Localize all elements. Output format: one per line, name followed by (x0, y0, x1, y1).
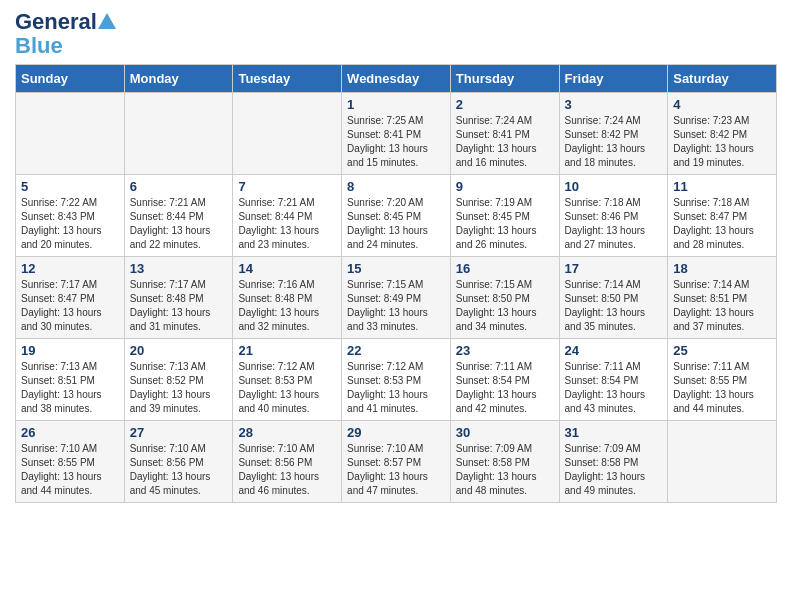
day-number: 13 (130, 261, 228, 276)
day-info: Sunrise: 7:14 AM Sunset: 8:50 PM Dayligh… (565, 278, 663, 334)
day-number: 31 (565, 425, 663, 440)
day-info: Sunrise: 7:14 AM Sunset: 8:51 PM Dayligh… (673, 278, 771, 334)
day-info: Sunrise: 7:10 AM Sunset: 8:55 PM Dayligh… (21, 442, 119, 498)
day-info: Sunrise: 7:13 AM Sunset: 8:52 PM Dayligh… (130, 360, 228, 416)
day-cell: 12Sunrise: 7:17 AM Sunset: 8:47 PM Dayli… (16, 257, 125, 339)
day-cell: 10Sunrise: 7:18 AM Sunset: 8:46 PM Dayli… (559, 175, 668, 257)
day-cell: 2Sunrise: 7:24 AM Sunset: 8:41 PM Daylig… (450, 93, 559, 175)
day-cell: 19Sunrise: 7:13 AM Sunset: 8:51 PM Dayli… (16, 339, 125, 421)
day-info: Sunrise: 7:11 AM Sunset: 8:54 PM Dayligh… (565, 360, 663, 416)
day-number: 11 (673, 179, 771, 194)
day-info: Sunrise: 7:15 AM Sunset: 8:49 PM Dayligh… (347, 278, 445, 334)
day-cell: 18Sunrise: 7:14 AM Sunset: 8:51 PM Dayli… (668, 257, 777, 339)
day-number: 29 (347, 425, 445, 440)
svg-marker-0 (98, 13, 116, 29)
day-cell: 4Sunrise: 7:23 AM Sunset: 8:42 PM Daylig… (668, 93, 777, 175)
day-info: Sunrise: 7:16 AM Sunset: 8:48 PM Dayligh… (238, 278, 336, 334)
day-number: 6 (130, 179, 228, 194)
day-number: 14 (238, 261, 336, 276)
day-number: 12 (21, 261, 119, 276)
day-info: Sunrise: 7:12 AM Sunset: 8:53 PM Dayligh… (238, 360, 336, 416)
week-row-4: 19Sunrise: 7:13 AM Sunset: 8:51 PM Dayli… (16, 339, 777, 421)
day-cell: 23Sunrise: 7:11 AM Sunset: 8:54 PM Dayli… (450, 339, 559, 421)
day-number: 21 (238, 343, 336, 358)
day-number: 17 (565, 261, 663, 276)
day-number: 9 (456, 179, 554, 194)
day-info: Sunrise: 7:19 AM Sunset: 8:45 PM Dayligh… (456, 196, 554, 252)
day-number: 8 (347, 179, 445, 194)
day-info: Sunrise: 7:15 AM Sunset: 8:50 PM Dayligh… (456, 278, 554, 334)
day-number: 16 (456, 261, 554, 276)
week-row-5: 26Sunrise: 7:10 AM Sunset: 8:55 PM Dayli… (16, 421, 777, 503)
day-cell: 29Sunrise: 7:10 AM Sunset: 8:57 PM Dayli… (342, 421, 451, 503)
day-cell: 1Sunrise: 7:25 AM Sunset: 8:41 PM Daylig… (342, 93, 451, 175)
day-cell: 16Sunrise: 7:15 AM Sunset: 8:50 PM Dayli… (450, 257, 559, 339)
day-info: Sunrise: 7:11 AM Sunset: 8:55 PM Dayligh… (673, 360, 771, 416)
day-info: Sunrise: 7:13 AM Sunset: 8:51 PM Dayligh… (21, 360, 119, 416)
col-sunday: Sunday (16, 65, 125, 93)
day-number: 5 (21, 179, 119, 194)
logo: General Blue (15, 10, 116, 58)
day-cell: 14Sunrise: 7:16 AM Sunset: 8:48 PM Dayli… (233, 257, 342, 339)
day-number: 30 (456, 425, 554, 440)
week-row-1: 1Sunrise: 7:25 AM Sunset: 8:41 PM Daylig… (16, 93, 777, 175)
day-number: 23 (456, 343, 554, 358)
day-cell (668, 421, 777, 503)
logo-general: General (15, 10, 97, 34)
logo-blue: Blue (15, 33, 63, 58)
day-number: 19 (21, 343, 119, 358)
day-number: 3 (565, 97, 663, 112)
header-row: Sunday Monday Tuesday Wednesday Thursday… (16, 65, 777, 93)
day-info: Sunrise: 7:12 AM Sunset: 8:53 PM Dayligh… (347, 360, 445, 416)
day-info: Sunrise: 7:17 AM Sunset: 8:47 PM Dayligh… (21, 278, 119, 334)
day-cell: 9Sunrise: 7:19 AM Sunset: 8:45 PM Daylig… (450, 175, 559, 257)
day-info: Sunrise: 7:09 AM Sunset: 8:58 PM Dayligh… (565, 442, 663, 498)
day-cell: 21Sunrise: 7:12 AM Sunset: 8:53 PM Dayli… (233, 339, 342, 421)
day-info: Sunrise: 7:11 AM Sunset: 8:54 PM Dayligh… (456, 360, 554, 416)
day-number: 7 (238, 179, 336, 194)
day-number: 10 (565, 179, 663, 194)
day-number: 28 (238, 425, 336, 440)
day-cell: 25Sunrise: 7:11 AM Sunset: 8:55 PM Dayli… (668, 339, 777, 421)
day-number: 27 (130, 425, 228, 440)
day-info: Sunrise: 7:25 AM Sunset: 8:41 PM Dayligh… (347, 114, 445, 170)
day-cell: 11Sunrise: 7:18 AM Sunset: 8:47 PM Dayli… (668, 175, 777, 257)
day-cell: 15Sunrise: 7:15 AM Sunset: 8:49 PM Dayli… (342, 257, 451, 339)
day-info: Sunrise: 7:18 AM Sunset: 8:47 PM Dayligh… (673, 196, 771, 252)
col-friday: Friday (559, 65, 668, 93)
day-info: Sunrise: 7:10 AM Sunset: 8:56 PM Dayligh… (130, 442, 228, 498)
day-info: Sunrise: 7:24 AM Sunset: 8:41 PM Dayligh… (456, 114, 554, 170)
day-number: 25 (673, 343, 771, 358)
day-info: Sunrise: 7:18 AM Sunset: 8:46 PM Dayligh… (565, 196, 663, 252)
col-wednesday: Wednesday (342, 65, 451, 93)
day-cell: 7Sunrise: 7:21 AM Sunset: 8:44 PM Daylig… (233, 175, 342, 257)
calendar-header: Sunday Monday Tuesday Wednesday Thursday… (16, 65, 777, 93)
day-info: Sunrise: 7:17 AM Sunset: 8:48 PM Dayligh… (130, 278, 228, 334)
col-monday: Monday (124, 65, 233, 93)
col-thursday: Thursday (450, 65, 559, 93)
day-info: Sunrise: 7:10 AM Sunset: 8:57 PM Dayligh… (347, 442, 445, 498)
day-number: 22 (347, 343, 445, 358)
day-cell: 13Sunrise: 7:17 AM Sunset: 8:48 PM Dayli… (124, 257, 233, 339)
calendar-body: 1Sunrise: 7:25 AM Sunset: 8:41 PM Daylig… (16, 93, 777, 503)
day-cell: 27Sunrise: 7:10 AM Sunset: 8:56 PM Dayli… (124, 421, 233, 503)
day-cell: 6Sunrise: 7:21 AM Sunset: 8:44 PM Daylig… (124, 175, 233, 257)
day-cell: 26Sunrise: 7:10 AM Sunset: 8:55 PM Dayli… (16, 421, 125, 503)
day-info: Sunrise: 7:22 AM Sunset: 8:43 PM Dayligh… (21, 196, 119, 252)
day-info: Sunrise: 7:10 AM Sunset: 8:56 PM Dayligh… (238, 442, 336, 498)
day-cell: 8Sunrise: 7:20 AM Sunset: 8:45 PM Daylig… (342, 175, 451, 257)
day-info: Sunrise: 7:09 AM Sunset: 8:58 PM Dayligh… (456, 442, 554, 498)
day-cell: 20Sunrise: 7:13 AM Sunset: 8:52 PM Dayli… (124, 339, 233, 421)
week-row-2: 5Sunrise: 7:22 AM Sunset: 8:43 PM Daylig… (16, 175, 777, 257)
day-info: Sunrise: 7:21 AM Sunset: 8:44 PM Dayligh… (238, 196, 336, 252)
day-cell: 3Sunrise: 7:24 AM Sunset: 8:42 PM Daylig… (559, 93, 668, 175)
day-cell: 17Sunrise: 7:14 AM Sunset: 8:50 PM Dayli… (559, 257, 668, 339)
day-number: 20 (130, 343, 228, 358)
day-number: 18 (673, 261, 771, 276)
day-cell: 5Sunrise: 7:22 AM Sunset: 8:43 PM Daylig… (16, 175, 125, 257)
day-cell (124, 93, 233, 175)
day-info: Sunrise: 7:24 AM Sunset: 8:42 PM Dayligh… (565, 114, 663, 170)
col-tuesday: Tuesday (233, 65, 342, 93)
day-cell: 28Sunrise: 7:10 AM Sunset: 8:56 PM Dayli… (233, 421, 342, 503)
day-cell: 22Sunrise: 7:12 AM Sunset: 8:53 PM Dayli… (342, 339, 451, 421)
